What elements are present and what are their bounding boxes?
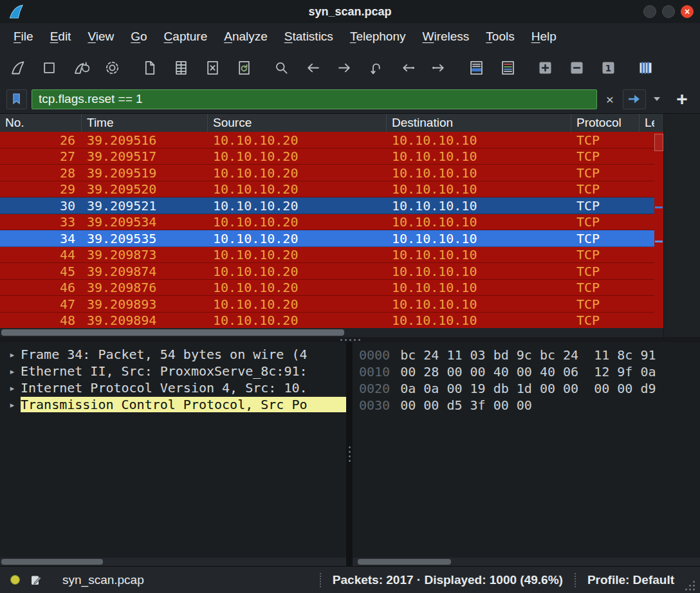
cell-time: 39.209519 — [82, 165, 208, 181]
capture-comment-icon[interactable] — [30, 574, 42, 586]
packet-row[interactable]: 47 39.209893 10.10.10.20 10.10.10.10 TCP — [0, 296, 654, 313]
hscroll-thumb[interactable] — [1, 329, 344, 336]
close-file-button[interactable] — [200, 56, 225, 79]
cell-length — [640, 181, 654, 198]
close-button[interactable]: × — [681, 5, 694, 18]
cell-length — [640, 296, 654, 313]
menu-item[interactable]: Go — [122, 26, 155, 48]
cell-source: 10.10.10.20 — [208, 197, 387, 214]
expand-arrow-icon[interactable] — [4, 367, 21, 376]
status-profile[interactable]: Profile: Default — [576, 573, 700, 587]
details-hscrollbar[interactable] — [0, 558, 346, 566]
column-header-time[interactable]: Time — [82, 114, 208, 132]
cell-no: 47 — [0, 296, 82, 313]
next-packet-button[interactable] — [427, 56, 451, 79]
hex-line[interactable]: 0030 00 00 d5 3f 00 00 — [359, 397, 700, 414]
display-filter-input[interactable] — [32, 89, 597, 109]
cell-source: 10.10.10.20 — [208, 280, 387, 296]
filter-bookmark-button[interactable] — [6, 89, 27, 109]
expand-arrow-icon[interactable] — [4, 350, 21, 360]
zoom-original-button[interactable]: 1 — [596, 56, 620, 79]
menu-bar: File Edit View Go Capture Analyze Statis… — [0, 23, 700, 50]
details-hscroll-thumb[interactable] — [1, 559, 103, 565]
column-header-source[interactable]: Source — [208, 114, 387, 132]
expert-info-icon[interactable] — [10, 575, 20, 585]
hex-line[interactable]: 0020 0a 0a 00 19 db 1d 00 00 00 00 d9 — [359, 381, 700, 397]
lower-panes: Frame 34: Packet, 54 bytes on wire (4 Et… — [0, 342, 700, 566]
packet-row[interactable]: 29 39.209520 10.10.10.20 10.10.10.10 TCP — [0, 181, 654, 198]
column-header-protocol[interactable]: Protocol — [571, 114, 640, 132]
start-capture-button[interactable] — [5, 56, 30, 79]
column-header-length[interactable]: Length — [640, 114, 654, 132]
cell-destination: 10.10.10.10 — [387, 149, 571, 165]
detail-line[interactable]: Frame 34: Packet, 54 bytes on wire (4 — [4, 346, 346, 363]
auto-scroll-button[interactable] — [464, 56, 488, 79]
packet-list-hscrollbar[interactable] — [0, 328, 654, 337]
menu-item[interactable]: File — [5, 26, 42, 48]
apply-filter-button[interactable] — [623, 89, 646, 109]
list-group — [464, 56, 520, 79]
packet-row[interactable]: 34 39.209535 10.10.10.20 10.10.10.10 TCP — [0, 230, 654, 247]
menu-item[interactable]: View — [79, 26, 122, 48]
cell-destination: 10.10.10.10 — [387, 230, 571, 247]
capture-options-button[interactable] — [100, 56, 124, 79]
open-file-button[interactable] — [137, 56, 161, 79]
packet-row[interactable]: 46 39.209876 10.10.10.20 10.10.10.10 TCP — [0, 280, 654, 296]
packet-row[interactable]: 27 39.209517 10.10.10.20 10.10.10.10 TCP — [0, 149, 654, 165]
save-file-button[interactable] — [169, 56, 193, 79]
detail-line[interactable]: Transmission Control Protocol, Src Po — [4, 396, 346, 413]
pane-splitter-vertical[interactable] — [346, 342, 353, 566]
packet-row[interactable]: 33 39.209534 10.10.10.20 10.10.10.10 TCP — [0, 214, 654, 231]
packet-row[interactable]: 30 39.209521 10.10.10.20 10.10.10.10 TCP — [0, 197, 654, 214]
packet-row[interactable]: 45 39.209874 10.10.10.20 10.10.10.10 TCP — [0, 263, 654, 280]
packet-minimap[interactable] — [654, 132, 663, 328]
detail-line[interactable]: Internet Protocol Version 4, Src: 10. — [4, 379, 346, 396]
go-to-packet-button[interactable] — [364, 56, 388, 79]
packet-list-vscrollbar[interactable] — [654, 114, 663, 337]
packet-row[interactable]: 44 39.209873 10.10.10.20 10.10.10.10 TCP — [0, 247, 654, 264]
bytes-hscroll-thumb[interactable] — [358, 559, 451, 565]
column-header-destination[interactable]: Destination — [387, 114, 571, 132]
hex-line[interactable]: 0000 bc 24 11 03 bd 9c bc 24 11 8c 91 — [359, 347, 700, 364]
menu-item[interactable]: Telephony — [342, 26, 414, 48]
packet-row[interactable]: 48 39.209894 10.10.10.20 10.10.10.10 TCP — [0, 313, 654, 329]
zoom-in-button[interactable] — [533, 56, 557, 79]
minimize-button[interactable] — [643, 5, 656, 18]
stop-capture-button[interactable] — [37, 56, 61, 79]
menu-item[interactable]: Tools — [477, 26, 522, 48]
menu-item[interactable]: Capture — [156, 26, 216, 48]
packet-row[interactable]: 28 39.209519 10.10.10.20 10.10.10.10 TCP — [0, 165, 654, 181]
colorize-packets-button[interactable] — [495, 56, 520, 79]
column-header-no[interactable]: No. — [0, 114, 82, 132]
minimap-selected-mark — [655, 206, 663, 208]
document-icon — [141, 59, 158, 77]
find-packet-button[interactable] — [269, 56, 293, 79]
pane-splitter-horizontal[interactable] — [0, 337, 700, 342]
previous-packet-button[interactable] — [395, 56, 419, 79]
hex-line[interactable]: 0010 00 28 00 00 40 00 40 06 12 9f 0a — [359, 364, 700, 381]
packet-row[interactable]: 26 39.209516 10.10.10.20 10.10.10.10 TCP — [0, 132, 654, 149]
navigate-group — [269, 56, 451, 79]
detail-line[interactable]: Ethernet II, Src: ProxmoxServe_8c:91: — [4, 363, 346, 379]
reload-file-button[interactable] — [232, 56, 256, 79]
go-forward-button[interactable] — [332, 56, 356, 79]
filter-dropdown-button[interactable] — [650, 89, 663, 109]
vscroll-thumb[interactable] — [654, 134, 663, 151]
maximize-button[interactable] — [662, 5, 675, 18]
clear-filter-button[interactable]: × — [602, 89, 618, 109]
menu-item[interactable]: Statistics — [276, 26, 342, 48]
go-back-button[interactable] — [300, 56, 325, 79]
restart-capture-button[interactable] — [68, 56, 93, 79]
menu-item[interactable]: Edit — [42, 26, 80, 48]
menu-item[interactable]: Help — [523, 26, 565, 48]
menu-item[interactable]: Wireless — [414, 26, 478, 48]
zoom-out-button[interactable] — [564, 56, 589, 79]
expand-arrow-icon[interactable] — [4, 383, 21, 393]
resize-grip[interactable] — [693, 581, 695, 583]
menu-item[interactable]: Analyze — [216, 26, 276, 48]
cell-time: 39.209894 — [82, 313, 208, 329]
bytes-hscrollbar[interactable] — [353, 558, 700, 566]
expand-arrow-icon[interactable] — [4, 400, 21, 410]
resize-columns-button[interactable] — [633, 56, 658, 79]
add-filter-button[interactable]: + — [670, 89, 694, 110]
